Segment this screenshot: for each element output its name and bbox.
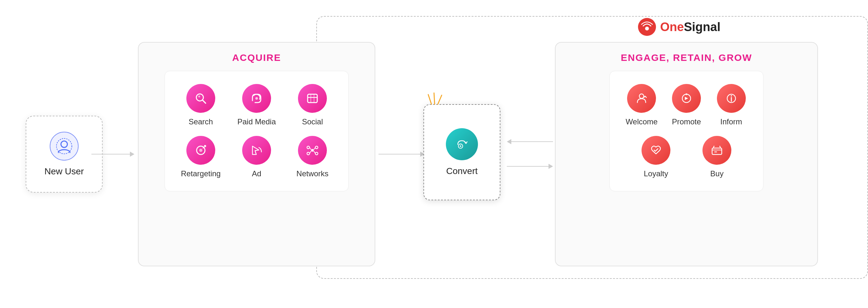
retargeting-icon-circle	[186, 136, 215, 165]
engage-item-inform: Inform	[717, 84, 746, 126]
svg-line-21	[310, 151, 311, 153]
svg-point-29	[685, 93, 687, 95]
engage-label-inform: Inform	[720, 117, 742, 126]
svg-point-15	[307, 146, 310, 149]
onesignal-text: OneSignal	[660, 20, 720, 34]
acquire-item-retargeting: Retargeting	[181, 136, 221, 178]
convert-icon-circle	[446, 128, 478, 160]
svg-point-13	[199, 149, 203, 152]
networks-icon-circle	[298, 136, 327, 165]
engage-label-promote: Promote	[672, 117, 701, 126]
engage-label-buy: Buy	[710, 169, 723, 178]
welcome-icon-circle	[627, 84, 656, 113]
new-user-label: New User	[44, 166, 84, 177]
onesignal-logo: OneSignal	[638, 18, 720, 36]
engage-label-welcome: Welcome	[626, 117, 658, 126]
svg-line-20	[314, 147, 315, 150]
svg-point-7	[255, 97, 258, 100]
svg-line-24	[434, 93, 435, 104]
svg-rect-33	[712, 148, 722, 155]
acquire-section: ACQUIRE Search	[138, 42, 375, 266]
new-user-icon	[50, 132, 79, 161]
engage-item-buy: Buy	[703, 136, 731, 178]
svg-point-2	[61, 141, 67, 147]
svg-rect-8	[308, 94, 317, 103]
arrow-new-user-acquire	[91, 151, 134, 157]
inform-icon-circle	[717, 84, 746, 113]
onesignal-icon	[638, 18, 656, 36]
arrow-engage-convert-top	[507, 139, 553, 144]
ad-icon-circle	[242, 136, 271, 165]
convert-box: Convert	[424, 104, 500, 200]
acquire-label-networks: Networks	[297, 169, 329, 178]
svg-line-5	[203, 100, 206, 103]
engage-label-loyalty: Loyalty	[644, 169, 668, 178]
svg-point-17	[307, 152, 310, 155]
svg-line-25	[438, 95, 442, 104]
acquire-label-social: Social	[302, 117, 323, 126]
engage-item-promote: Promote	[672, 84, 701, 126]
engage-row2: Loyalty Buy	[642, 136, 731, 178]
promote-icon-circle	[672, 84, 701, 113]
arrow-acquire-convert	[378, 151, 425, 157]
spark-decoration	[422, 88, 447, 107]
svg-line-19	[310, 147, 311, 150]
search-icon-circle	[186, 84, 215, 113]
svg-point-18	[315, 152, 318, 155]
acquire-label-paid-media: Paid Media	[237, 117, 276, 126]
svg-point-6	[198, 96, 200, 97]
convert-label: Convert	[446, 166, 477, 176]
svg-line-22	[314, 151, 315, 153]
svg-point-14	[311, 149, 314, 151]
paid-media-icon-circle	[242, 84, 271, 113]
svg-point-32	[731, 95, 732, 97]
svg-point-1	[645, 27, 649, 30]
loyalty-icon-circle	[642, 136, 671, 165]
svg-line-23	[428, 95, 431, 104]
svg-point-27	[639, 94, 644, 98]
engage-section: ENGAGE, RETAIN, GROW Welcome	[555, 42, 818, 266]
acquire-item-networks: Networks	[297, 136, 329, 178]
acquire-label-search: Search	[189, 117, 213, 126]
new-user-box: New User	[26, 116, 103, 193]
social-icon-circle	[298, 84, 327, 113]
engage-item-loyalty: Loyalty	[642, 136, 671, 178]
acquire-label-ad: Ad	[252, 169, 261, 178]
acquire-label-retargeting: Retargeting	[181, 169, 221, 178]
arrow-convert-engage-bottom	[507, 164, 553, 169]
svg-point-16	[315, 146, 318, 149]
engage-icon-grid: Welcome Promote	[610, 71, 764, 191]
buy-icon-circle	[703, 136, 731, 165]
engage-item-welcome: Welcome	[626, 84, 658, 126]
acquire-item-ad: Ad	[242, 136, 271, 178]
acquire-icon-grid: Search Paid Media	[164, 71, 349, 191]
acquire-title: ACQUIRE	[232, 52, 281, 63]
acquire-item-social: Social	[298, 84, 327, 126]
convert-wrapper: Convert	[424, 104, 500, 200]
acquire-item-search: Search	[186, 84, 215, 126]
engage-title: ENGAGE, RETAIN, GROW	[621, 52, 752, 63]
acquire-item-paid-media: Paid Media	[237, 84, 276, 126]
